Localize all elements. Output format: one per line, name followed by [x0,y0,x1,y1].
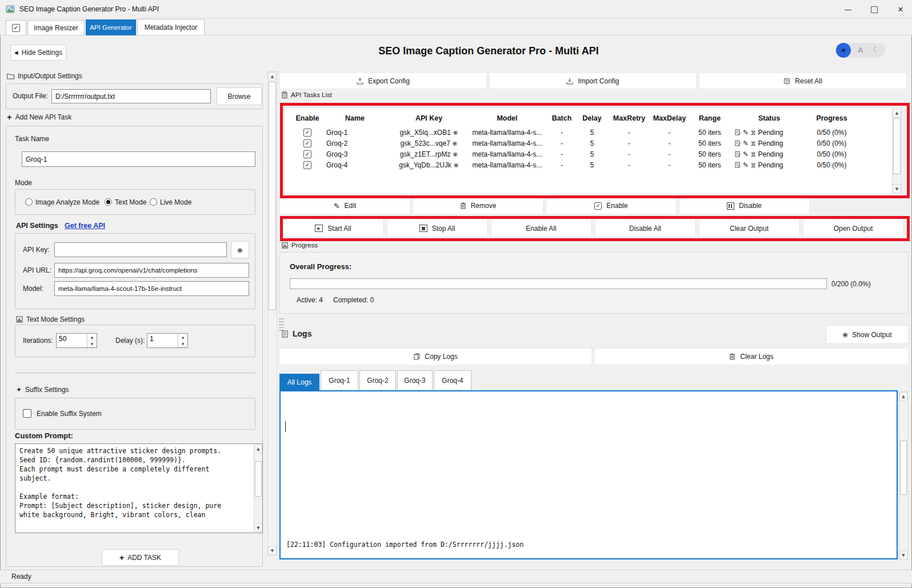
reset-all-button[interactable]: Reset All [699,73,907,89]
add-task-button[interactable]: + ADD TASK [102,549,179,566]
log-tab-groq-4[interactable]: Groq-4 [434,370,471,390]
scroll-down-icon[interactable]: ▼ [268,546,277,555]
copy-logs-button[interactable]: Copy Logs [279,348,592,365]
row-enable-checkbox[interactable]: ✓ [303,139,311,147]
disable-all-button[interactable]: Disable All [595,219,695,237]
row-enable-checkbox[interactable]: ✓ [303,129,311,137]
tab-image-resizer[interactable]: Image Resizer [27,20,85,35]
model-input[interactable] [54,281,249,296]
edit-button[interactable]: ✎ Edit [279,197,410,214]
import-config-button[interactable]: Import Config [489,73,697,89]
tab-api-generator[interactable]: API Generator [86,19,136,35]
table-scrollbar[interactable]: ▲ ▼ [892,109,901,193]
scroll-up-icon[interactable]: ▲ [893,109,901,117]
stop-all-button[interactable]: Stop All [387,219,487,237]
show-output-button[interactable]: ◉ Show Output [826,325,909,344]
minimize-button[interactable]: — [839,2,857,16]
suffix-settings-label: Suffix Settings [25,386,69,394]
logs-label: Logs [293,329,311,338]
remove-button[interactable]: Remove [413,197,543,214]
delay-input[interactable] [150,335,176,343]
log-entry: [22:11:03] Configuration imported from D… [286,541,523,549]
scroll-down-icon[interactable]: ▼ [899,551,907,559]
scrollbar-thumb[interactable] [255,461,262,497]
eye-icon[interactable]: ◉ [453,151,458,157]
scroll-down-icon[interactable]: ▼ [254,523,262,532]
step-down-icon[interactable]: ▼ [178,341,187,347]
hide-settings-button[interactable]: ◀ Hide Settings [10,45,66,61]
tab-label: Metadata Injector [145,23,198,31]
scroll-down-icon[interactable]: ▼ [893,185,901,193]
clear-logs-label: Clear Logs [740,353,773,361]
open-output-button[interactable]: Open Output [803,219,903,237]
tab-checkbox[interactable]: ✓ [6,20,26,35]
radio-image-analyze-mode[interactable] [25,198,33,206]
radio-text-mode[interactable] [105,198,112,206]
log-tab-groq-2[interactable]: Groq-2 [359,370,396,390]
enable-label: Enable [606,202,627,210]
get-free-api-link[interactable]: Get free API [65,222,105,230]
scrollbar-thumb[interactable] [900,441,907,495]
scroll-up-icon[interactable]: ▲ [899,392,907,401]
clear-logs-button[interactable]: Clear Logs [594,348,909,365]
api-tasks-list-section: API Tasks List [282,91,332,98]
hide-settings-label: Hide Settings [22,49,62,57]
browse-button[interactable]: Browse [217,87,262,105]
step-up-icon[interactable]: ▲ [178,334,187,341]
prompt-scrollbar[interactable]: ▲ ▼ [254,445,262,532]
scroll-up-icon[interactable]: ▲ [254,445,262,453]
import-config-label: Import Config [578,77,619,85]
progress-section-label: Progress [291,242,318,249]
log-scrollbar[interactable]: ▲ ▼ [899,391,908,559]
delay-cell: 5 [578,138,606,149]
settings-scrollbar[interactable]: ▲ ▼ [267,71,277,555]
disable-button[interactable]: Disable [679,197,810,214]
scrollbar-thumb[interactable] [269,82,276,310]
import-icon [566,78,573,85]
eye-icon[interactable]: ◉ [454,162,459,168]
output-file-input[interactable] [51,89,211,103]
custom-prompt-textarea[interactable]: Create 50 unique attractive sticker desi… [15,443,263,533]
close-button[interactable]: ✕ [892,2,909,16]
enable-button[interactable]: ✓ Enable [546,197,677,214]
task-name-cell: Groq-2 [326,138,383,149]
row-enable-checkbox[interactable]: ✓ [303,161,311,169]
log-tab-groq-3[interactable]: Groq-3 [397,370,433,390]
theme-light-sun-icon[interactable]: ☀ [836,43,851,58]
range-cell: 50 iters [689,149,730,159]
theme-dark-moon-icon[interactable]: ☾ [870,45,882,54]
tab-label: Image Resizer [34,24,78,32]
maximize-button[interactable]: □ [866,2,883,16]
eye-icon[interactable]: ◉ [453,140,458,146]
stepper-arrows[interactable]: ▲▼ [87,334,97,347]
eye-icon[interactable]: ◉ [453,129,458,135]
task-name-label: Task Name [15,135,49,143]
theme-auto-button[interactable]: A [855,46,866,54]
clear-output-button[interactable]: Clear Output [699,219,799,237]
delay-stepper[interactable]: ▲▼ [147,333,188,348]
step-down-icon[interactable]: ▼ [87,341,97,347]
api-url-input[interactable] [54,263,249,278]
log-tab-groq-1[interactable]: Groq-1 [321,370,358,390]
log-tab-all-logs[interactable]: All Logs [279,374,319,390]
row-enable-checkbox[interactable]: ✓ [303,150,311,158]
log-viewer[interactable]: [22:11:03] Configuration imported from D… [279,390,898,559]
enable-suffix-checkbox[interactable] [23,409,31,418]
start-all-button[interactable]: ▶ Start All [283,219,383,237]
task-name-input[interactable] [22,151,255,167]
tab-metadata-injector[interactable]: Metadata Injector [137,19,205,35]
stepper-arrows[interactable]: ▲▼ [178,334,187,347]
play-icon: ▶ [315,225,323,232]
step-up-icon[interactable]: ▲ [87,334,97,341]
export-config-button[interactable]: Export Config [279,73,487,89]
api-key-input[interactable] [54,242,227,257]
api-key-visibility-button[interactable]: ◉ [231,241,249,258]
model-cell: meta-llama/llama-4-s... [469,127,546,138]
scroll-up-icon[interactable]: ▲ [268,72,277,81]
iterations-input[interactable] [59,335,85,343]
radio-live-mode[interactable] [150,198,157,206]
enable-all-button[interactable]: Enable All [491,219,591,237]
api-key-label: API Key: [23,246,50,254]
scrollbar-thumb[interactable] [893,118,901,174]
iterations-stepper[interactable]: ▲▼ [56,333,97,348]
